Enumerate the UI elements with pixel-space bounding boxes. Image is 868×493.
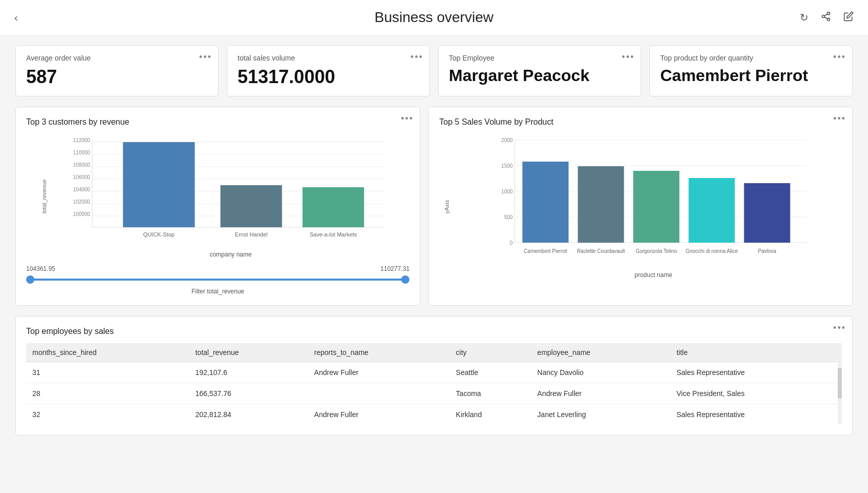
- right-bar-chart: 2000 1500 1000 500 0: [465, 135, 842, 268]
- table-title: Top employees by sales: [26, 327, 842, 336]
- kpi-value-3: Camembert Pierrot: [660, 66, 842, 85]
- svg-text:1500: 1500: [501, 163, 513, 169]
- kpi-value-1: 51317.0000: [238, 66, 419, 88]
- col-months-since-hired: months_since_hired: [26, 343, 189, 362]
- cell-title: Sales Representative: [670, 404, 842, 425]
- right-y-axis-label: yAxis: [444, 200, 450, 213]
- svg-rect-39: [578, 166, 624, 243]
- kpi-menu-3[interactable]: •••: [833, 52, 846, 63]
- svg-rect-23: [303, 187, 364, 227]
- slider-filter-label: Filter total_revenue: [191, 288, 244, 295]
- svg-text:106000: 106000: [73, 174, 90, 180]
- svg-text:Pavlova: Pavlova: [758, 248, 777, 254]
- cell-total_revenue: 166,537.76: [189, 383, 308, 404]
- svg-line-3: [824, 17, 827, 18]
- kpi-menu-0[interactable]: •••: [199, 52, 212, 63]
- cell-total_revenue: 192,107.6: [189, 362, 308, 383]
- svg-line-4: [824, 14, 827, 15]
- charts-row: ••• Top 3 customers by revenue total_rev…: [15, 107, 853, 306]
- svg-text:Save-a-lot Markets: Save-a-lot Markets: [310, 231, 358, 238]
- edit-button[interactable]: [841, 9, 856, 26]
- page-title: Business overview: [374, 9, 494, 26]
- svg-text:102000: 102000: [73, 199, 90, 205]
- table-row: 28166,537.76TacomaAndrew FullerVice Pres…: [26, 383, 842, 404]
- svg-point-2: [827, 18, 830, 21]
- slider-left-value: 104361.95: [26, 265, 55, 272]
- svg-text:1000: 1000: [501, 189, 513, 194]
- col-total-revenue: total_revenue: [189, 343, 308, 362]
- svg-text:500: 500: [504, 214, 513, 220]
- back-button[interactable]: ‹: [12, 10, 20, 26]
- cell-reports_to_name: Andrew Fuller: [308, 404, 449, 425]
- header-right: ↻: [798, 9, 856, 26]
- kpi-menu-1[interactable]: •••: [410, 52, 423, 63]
- refresh-button[interactable]: ↻: [798, 9, 811, 26]
- svg-text:Gnocchi di nonna Alice: Gnocchi di nonna Alice: [686, 248, 738, 254]
- slider-container[interactable]: [26, 274, 409, 285]
- kpi-menu-2[interactable]: •••: [622, 52, 635, 63]
- kpi-total-sales-volume: total sales volume 51317.0000 •••: [227, 45, 430, 96]
- col-employee-name: employee_name: [531, 343, 670, 362]
- svg-text:104000: 104000: [73, 187, 90, 192]
- svg-point-1: [822, 15, 825, 17]
- col-reports-to-name: reports_to_name: [308, 343, 449, 362]
- kpi-value-2: Margaret Peacock: [449, 66, 630, 85]
- table-header: months_since_hired total_revenue reports…: [26, 343, 842, 362]
- left-chart-menu[interactable]: •••: [401, 113, 413, 124]
- cell-reports_to_name: [308, 383, 449, 404]
- cell-months_since_hired: 31: [26, 362, 189, 383]
- svg-rect-42: [744, 183, 791, 243]
- kpi-average-order-value: Average order value 587 •••: [15, 45, 219, 96]
- cell-months_since_hired: 32: [26, 404, 189, 425]
- svg-text:112000: 112000: [73, 137, 90, 143]
- cell-city: Tacoma: [450, 383, 531, 404]
- cell-city: Kirkland: [450, 404, 531, 425]
- right-chart-card: ••• Top 5 Sales Volume by Product yAxis …: [428, 107, 853, 306]
- cell-reports_to_name: Andrew Fuller: [308, 362, 449, 383]
- slider-right-value: 110277.31: [381, 265, 410, 272]
- cell-city: Seattle: [450, 362, 531, 383]
- slider-left-handle[interactable]: [26, 275, 34, 284]
- kpi-row: Average order value 587 ••• total sales …: [15, 45, 853, 96]
- kpi-top-product: Top product by order quantity Camembert …: [649, 45, 853, 96]
- left-x-axis-label: company name: [52, 251, 409, 258]
- svg-text:Camembert Pierrot: Camembert Pierrot: [524, 248, 567, 254]
- cell-title: Vice President, Sales: [670, 383, 842, 404]
- cell-title: Sales Representative: [670, 362, 842, 383]
- share-button[interactable]: [819, 9, 833, 26]
- svg-text:2000: 2000: [501, 137, 513, 143]
- left-chart-card: ••• Top 3 customers by revenue total_rev…: [15, 107, 420, 306]
- kpi-label-1: total sales volume: [238, 54, 419, 62]
- svg-text:110000: 110000: [73, 150, 90, 155]
- table-menu[interactable]: •••: [833, 323, 846, 333]
- svg-text:Raclette Courdavault: Raclette Courdavault: [577, 248, 625, 254]
- header: ‹ Business overview ↻: [0, 0, 868, 35]
- cell-employee_name: Andrew Fuller: [531, 383, 670, 404]
- right-chart-menu[interactable]: •••: [833, 113, 846, 124]
- kpi-label-3: Top product by order quantity: [660, 54, 842, 62]
- header-left: ‹: [12, 10, 20, 26]
- employees-table: months_since_hired total_revenue reports…: [26, 343, 842, 425]
- svg-text:Gorgonzola Telino: Gorgonzola Telino: [636, 248, 677, 254]
- svg-rect-40: [634, 171, 680, 243]
- scroll-indicator: [838, 343, 842, 425]
- slider-labels: 104361.95 110277.31: [26, 265, 409, 272]
- svg-rect-41: [689, 178, 735, 243]
- svg-rect-38: [523, 162, 569, 243]
- svg-text:108000: 108000: [73, 162, 90, 168]
- right-chart-title: Top 5 Sales Volume by Product: [439, 117, 842, 127]
- kpi-top-employee: Top Employee Margaret Peacock •••: [438, 45, 641, 96]
- cell-months_since_hired: 28: [26, 383, 189, 404]
- svg-point-0: [827, 12, 830, 14]
- right-x-axis-label: product name: [465, 271, 842, 279]
- left-bar-chart: 112000 110000 108000 106000 104000 10200…: [52, 135, 409, 248]
- kpi-label-0: Average order value: [26, 54, 208, 62]
- col-city: city: [450, 343, 531, 362]
- main-content: Average order value 587 ••• total sales …: [0, 35, 868, 446]
- slider-row: 104361.95 110277.31 Filter total_revenue: [26, 265, 409, 295]
- slider-right-handle[interactable]: [401, 275, 409, 284]
- table-row: 32202,812.84Andrew FullerKirklandJanet L…: [26, 404, 842, 425]
- cell-employee_name: Janet Leverling: [531, 404, 670, 425]
- table-card: ••• Top employees by sales months_since_…: [15, 316, 853, 436]
- kpi-label-2: Top Employee: [449, 54, 630, 62]
